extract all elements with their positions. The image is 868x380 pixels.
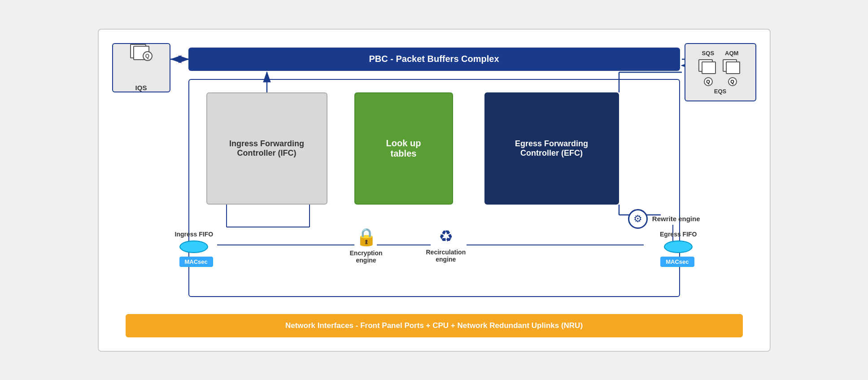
iqs-box: Q IQS xyxy=(112,43,170,92)
macsec-right-group: MACsec xyxy=(660,257,694,267)
ingress-fifo-drum xyxy=(179,240,208,253)
eqs-labels-row: SQS AQM xyxy=(702,50,739,57)
lut-box: Look up tables xyxy=(354,92,453,205)
macsec-left-group: MACsec xyxy=(179,257,213,267)
ingress-fifo-group: Ingress FIFO xyxy=(175,231,214,253)
macsec-right-badge: MACsec xyxy=(660,257,694,267)
egress-fifo-group: Egress FIFO xyxy=(660,231,697,253)
macsec-left-badge: MACsec xyxy=(179,257,213,267)
iqs-icon: Q xyxy=(130,44,153,61)
network-bar-label: Network Interfaces - Front Panel Ports +… xyxy=(285,321,583,330)
encryption-engine-group: 🔒 Encryption engine xyxy=(350,227,383,264)
aqm-queue-icon: Q xyxy=(723,59,742,86)
gear-icon: ⚙ xyxy=(628,209,648,229)
eqs-icons-row: Q Q xyxy=(698,59,742,86)
recirculation-engine-group: ♻ Recirculation engine xyxy=(426,227,466,263)
network-bar: Network Interfaces - Front Panel Ports +… xyxy=(126,314,743,337)
aqm-label: AQM xyxy=(725,50,738,57)
eqs-label: EQS xyxy=(714,88,726,95)
rewrite-engine-label: Rewrite engine xyxy=(652,215,700,223)
lut-label: Look up tables xyxy=(386,138,421,159)
ifc-box: Ingress Forwarding Controller (IFC) xyxy=(206,92,327,205)
sqs-queue-icon: Q xyxy=(698,59,718,86)
iqs-label: IQS xyxy=(135,84,147,92)
pbc-label: PBC - Packet Buffers Complex xyxy=(369,54,499,64)
egress-fifo-label: Egress FIFO xyxy=(660,231,697,238)
encryption-engine-label: Encryption engine xyxy=(350,249,383,264)
ingress-fifo-label: Ingress FIFO xyxy=(175,231,214,238)
rewrite-engine: ⚙ Rewrite engine xyxy=(628,209,700,229)
recirculation-engine-label: Recirculation engine xyxy=(426,249,466,263)
egress-fifo-drum xyxy=(664,240,693,253)
eqs-box: SQS AQM Q Q EQS xyxy=(685,43,756,101)
ifc-label: Ingress Forwarding Controller (IFC) xyxy=(229,139,304,158)
lock-icon: 🔒 xyxy=(356,227,377,247)
pbc-bar: PBC - Packet Buffers Complex xyxy=(188,48,680,71)
sqs-label: SQS xyxy=(702,50,714,57)
diagram-container: PBC - Packet Buffers Complex Q IQS SQS A… xyxy=(98,29,771,352)
recycle-icon: ♻ xyxy=(439,227,453,246)
efc-box: Egress Forwarding Controller (EFC) xyxy=(484,92,619,205)
efc-label: Egress Forwarding Controller (EFC) xyxy=(515,139,588,158)
